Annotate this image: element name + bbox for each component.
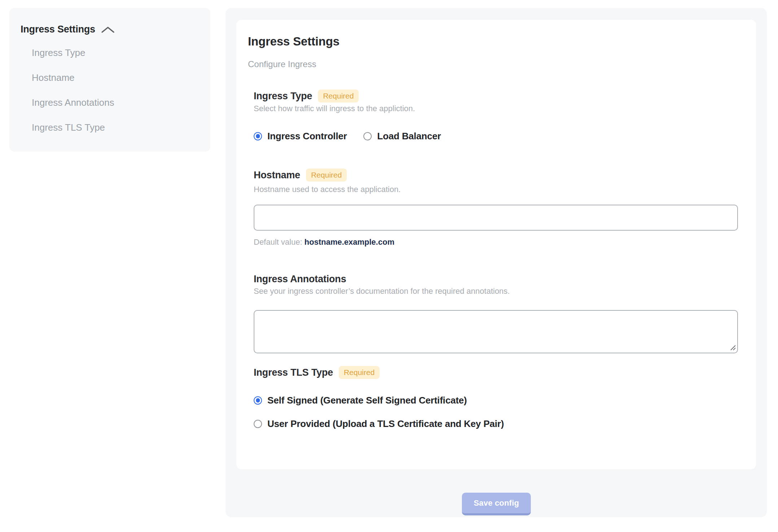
sidebar-item-ingress-tls-type[interactable]: Ingress TLS Type <box>32 122 210 133</box>
ingress-type-description: Select how traffic will ingress to the a… <box>254 104 738 114</box>
radio-user-provided[interactable]: User Provided (Upload a TLS Certificate … <box>254 418 738 429</box>
page-subtitle: Configure Ingress <box>248 59 738 70</box>
radio-button-icon[interactable] <box>254 132 262 140</box>
hostname-input[interactable] <box>254 205 738 231</box>
radio-label: Ingress Controller <box>267 131 347 142</box>
section-ingress-annotations: Ingress Annotations See your ingress con… <box>254 273 738 353</box>
default-value-label: Default value: <box>254 237 302 247</box>
sidebar-section-title: Ingress Settings <box>21 24 95 35</box>
ingress-type-label: Ingress Type <box>254 90 312 102</box>
default-value-text: hostname.example.com <box>305 237 394 247</box>
ingress-settings-card: Ingress Settings Configure Ingress Ingre… <box>236 20 756 469</box>
radio-button-icon[interactable] <box>254 420 262 428</box>
sidebar-item-ingress-type[interactable]: Ingress Type <box>32 47 210 58</box>
radio-button-icon[interactable] <box>254 396 262 405</box>
page-title: Ingress Settings <box>248 34 738 49</box>
radio-ingress-controller[interactable]: Ingress Controller <box>254 130 347 142</box>
save-config-button[interactable]: Save config <box>462 493 531 515</box>
ingress-annotations-label: Ingress Annotations <box>254 273 346 285</box>
required-badge: Required <box>306 169 347 182</box>
section-ingress-tls-type: Ingress TLS Type Required Self Signed (G… <box>254 366 738 429</box>
sidebar-item-hostname[interactable]: Hostname <box>32 72 210 83</box>
hostname-default-row: Default value:hostname.example.com <box>254 237 738 247</box>
sidebar-section-header[interactable]: Ingress Settings <box>21 23 210 35</box>
radio-label: User Provided (Upload a TLS Certificate … <box>267 418 504 429</box>
ingress-tls-type-label: Ingress TLS Type <box>254 366 333 379</box>
hostname-description: Hostname used to access the application. <box>254 184 738 195</box>
ingress-annotations-description: See your ingress controller’s documentat… <box>254 286 738 296</box>
sidebar-item-ingress-annotations[interactable]: Ingress Annotations <box>32 97 210 108</box>
required-badge: Required <box>318 90 359 103</box>
radio-label: Load Balancer <box>377 131 441 142</box>
settings-sidebar: Ingress Settings Ingress Type Hostname I… <box>9 8 210 152</box>
section-ingress-type: Ingress Type Required Select how traffic… <box>254 90 738 142</box>
required-badge: Required <box>339 366 380 379</box>
chevron-up-icon[interactable] <box>101 26 115 34</box>
ingress-type-radio-group: Ingress Controller Load Balancer <box>254 130 738 142</box>
radio-button-icon[interactable] <box>363 132 372 140</box>
ingress-annotations-field <box>254 310 738 353</box>
ingress-settings-panel: Ingress Settings Configure Ingress Ingre… <box>226 8 767 517</box>
radio-load-balancer[interactable]: Load Balancer <box>363 130 441 142</box>
section-hostname: Hostname Required Hostname used to acces… <box>254 169 738 247</box>
radio-label: Self Signed (Generate Self Signed Certif… <box>267 395 467 406</box>
sidebar-item-list: Ingress Type Hostname Ingress Annotation… <box>21 47 210 133</box>
ingress-annotations-textarea[interactable] <box>254 310 738 353</box>
resize-handle-icon[interactable] <box>728 343 736 351</box>
radio-self-signed[interactable]: Self Signed (Generate Self Signed Certif… <box>254 394 738 406</box>
hostname-label: Hostname <box>254 169 300 181</box>
